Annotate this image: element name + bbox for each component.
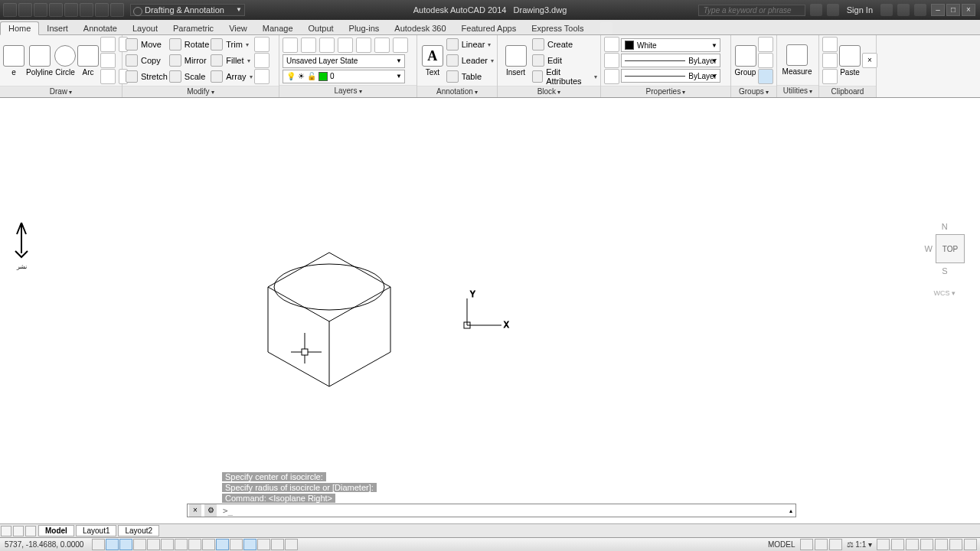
lt-prev-icon[interactable]: [13, 526, 24, 536]
linear-button[interactable]: Linear▾: [446, 37, 494, 52]
user-icon[interactable]: [827, 4, 839, 16]
ribbon-extras-icon[interactable]: [600, 22, 612, 34]
panel-title-utilities[interactable]: Utilities: [777, 85, 818, 97]
hatch-icon[interactable]: [100, 69, 116, 84]
sb-sc-icon[interactable]: [271, 539, 284, 550]
workspace-dropdown[interactable]: Drafting & Annotation: [130, 4, 245, 16]
sb-ducs-icon[interactable]: [202, 539, 215, 550]
new-icon[interactable]: [18, 3, 32, 17]
sb-osnap-icon[interactable]: [161, 539, 174, 550]
explode-icon[interactable]: [254, 53, 270, 68]
tab-layout[interactable]: Layout: [125, 22, 165, 34]
search-icon[interactable]: [810, 4, 822, 16]
tab-expresstools[interactable]: Express Tools: [524, 22, 591, 34]
array-button[interactable]: Array▾: [211, 69, 252, 84]
copy-clip-icon[interactable]: [822, 53, 838, 68]
layer-state-dropdown[interactable]: Unsaved Layer State: [283, 54, 405, 68]
measure-button[interactable]: Measure: [780, 37, 814, 83]
saveas-icon[interactable]: [64, 3, 78, 17]
text-button[interactable]: AText: [420, 37, 445, 83]
sb-otrack-icon[interactable]: [188, 539, 201, 550]
lt-next-icon[interactable]: [25, 526, 36, 536]
create-button[interactable]: Create: [532, 37, 597, 52]
layer-freeze-icon[interactable]: [319, 37, 335, 53]
tab-home[interactable]: Home: [0, 21, 39, 35]
mirror-button[interactable]: Mirror: [169, 53, 209, 68]
panel-title-block[interactable]: Block: [498, 86, 600, 97]
sb-r5-icon[interactable]: [935, 539, 948, 550]
arc-button[interactable]: Arc: [77, 37, 99, 83]
rotate-button[interactable]: Rotate: [169, 37, 209, 52]
sb-dynin-icon[interactable]: [216, 539, 229, 550]
sb-3dosnap-icon[interactable]: [175, 539, 188, 550]
sb-tpy-icon[interactable]: [243, 539, 256, 550]
sb-lwt-icon[interactable]: [230, 539, 243, 550]
sb-infer-icon[interactable]: [92, 539, 105, 550]
paste-clip-icon[interactable]: [822, 69, 838, 84]
search-input[interactable]: [698, 5, 805, 16]
tab-featuredapps[interactable]: Featured Apps: [454, 22, 524, 34]
layer-prev-icon[interactable]: [393, 37, 408, 53]
groupedit-icon[interactable]: [758, 53, 773, 68]
panel-title-groups[interactable]: Groups: [731, 86, 776, 97]
tab-model[interactable]: Model: [38, 525, 74, 536]
offset-icon[interactable]: [254, 69, 270, 84]
trim-button[interactable]: Trim▾: [211, 37, 252, 52]
layer-prop-icon[interactable]: [283, 37, 298, 53]
redo-icon[interactable]: [110, 3, 124, 17]
sb-ms2-icon[interactable]: [815, 539, 828, 550]
tab-parametric[interactable]: Parametric: [165, 22, 221, 34]
tab-view[interactable]: View: [221, 22, 255, 34]
close-button[interactable]: ×: [962, 4, 975, 16]
circle-button[interactable]: Circle: [54, 37, 76, 83]
layer-off-icon[interactable]: [301, 37, 316, 53]
scale-button[interactable]: Scale: [169, 69, 209, 84]
layer-current-dropdown[interactable]: 💡 ☀ 🔓 0: [283, 70, 405, 83]
list-icon[interactable]: [604, 53, 619, 68]
panel-title-properties[interactable]: Properties: [601, 86, 730, 97]
sb-snap-icon[interactable]: [106, 539, 119, 550]
signin-link[interactable]: Sign In: [844, 5, 876, 15]
app-menu-icon[interactable]: [3, 3, 17, 17]
polyline-button[interactable]: Polyline: [26, 37, 53, 83]
tab-output[interactable]: Output: [301, 22, 341, 34]
copy-button[interactable]: Copy: [126, 53, 168, 68]
tab-layout1[interactable]: Layout1: [76, 525, 117, 536]
layer-match-icon[interactable]: [374, 37, 390, 53]
sb-polar-icon[interactable]: [147, 539, 160, 550]
stayconnected-icon[interactable]: [897, 4, 910, 16]
paste-button[interactable]: Paste: [839, 37, 861, 83]
ungroup-icon[interactable]: [758, 37, 773, 52]
panel-title-modify[interactable]: Modify: [122, 86, 279, 97]
sb-r4-icon[interactable]: [920, 539, 933, 550]
cmd-close-icon[interactable]: ×: [189, 504, 201, 517]
sb-ms1-icon[interactable]: [800, 539, 813, 550]
sb-ortho-icon[interactable]: [133, 539, 146, 550]
command-bar[interactable]: × ⚙ >_: [187, 504, 796, 517]
maximize-button[interactable]: □: [946, 4, 960, 16]
sb-ann-icon[interactable]: [829, 539, 842, 550]
print-icon[interactable]: [80, 3, 93, 17]
sb-grid-icon[interactable]: [119, 539, 132, 550]
panel-title-draw[interactable]: Draw: [0, 86, 122, 97]
close-panel-icon[interactable]: ×: [862, 53, 877, 68]
fillet-button[interactable]: Fillet▾: [211, 53, 252, 68]
scale-label[interactable]: ⚖ 1:1 ▾: [844, 540, 875, 549]
match-prop-icon[interactable]: [604, 37, 619, 52]
table-button[interactable]: Table: [446, 69, 494, 84]
erase-icon[interactable]: [254, 37, 270, 52]
tab-manage[interactable]: Manage: [255, 22, 301, 34]
panel-title-layers[interactable]: Layers: [279, 85, 416, 97]
groupsel-icon[interactable]: [758, 69, 773, 84]
lineweight-dropdown[interactable]: ByLayer: [621, 54, 720, 67]
cmd-opts-icon[interactable]: ⚙: [204, 504, 217, 517]
prop-icon[interactable]: [604, 69, 619, 84]
color-dropdown[interactable]: White: [621, 38, 720, 52]
tab-plugins[interactable]: Plug-ins: [341, 22, 387, 34]
spline-icon[interactable]: [100, 53, 116, 68]
tab-autodesk360[interactable]: Autodesk 360: [387, 22, 453, 34]
line-button[interactable]: e: [3, 37, 24, 83]
open-icon[interactable]: [34, 3, 47, 17]
edit-button[interactable]: Edit: [532, 53, 597, 68]
sb-r6-icon[interactable]: [949, 539, 962, 550]
